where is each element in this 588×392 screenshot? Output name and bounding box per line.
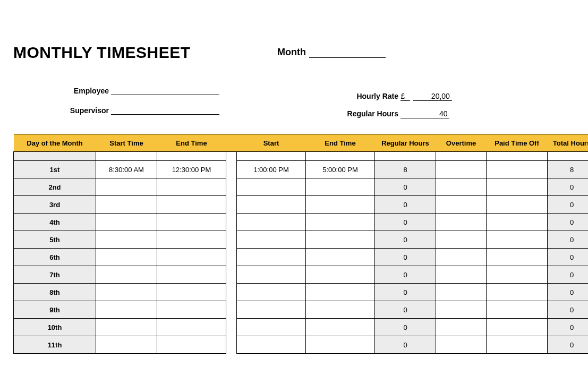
total-hours-cell: 0 [548,231,589,249]
end-time-2-cell[interactable] [306,336,375,354]
start-time-cell[interactable] [96,231,157,249]
start-cell[interactable] [237,284,306,301]
day-cell: 3rd [14,196,96,214]
overtime-cell[interactable] [436,284,487,301]
pto-cell[interactable] [487,319,548,336]
col-start-time: Start Time [96,134,157,152]
day-cell: 4th [14,214,96,231]
overtime-cell[interactable] [436,196,487,214]
day-cell: 2nd [14,178,96,196]
start-cell[interactable] [237,178,306,196]
start-cell[interactable] [237,301,306,319]
end-time-2-cell[interactable] [306,319,375,336]
overtime-cell[interactable] [436,214,487,231]
col-end-time-2: End Time [306,134,375,152]
day-cell: 7th [14,266,96,284]
start-cell[interactable] [237,249,306,266]
supervisor-input[interactable] [111,104,219,115]
month-input[interactable] [309,47,386,58]
end-time-cell[interactable]: 12:30:00 PM [157,161,226,178]
end-time-cell[interactable] [157,336,226,354]
regular-hours-cell[interactable]: 0 [375,214,436,231]
end-time-2-cell[interactable] [306,301,375,319]
start-time-cell[interactable] [96,178,157,196]
employee-input[interactable] [111,84,219,95]
pto-cell[interactable] [487,231,548,249]
pto-cell[interactable] [487,196,548,214]
pto-cell[interactable] [487,336,548,354]
regular-hours-cell[interactable]: 8 [375,161,436,178]
start-time-cell[interactable] [96,336,157,354]
pto-cell[interactable] [487,284,548,301]
overtime-cell[interactable] [436,249,487,266]
start-cell[interactable] [237,336,306,354]
day-cell: 5th [14,231,96,249]
pto-cell[interactable] [487,161,548,178]
overtime-cell[interactable] [436,336,487,354]
hourly-rate-value[interactable]: 20,00 [413,92,452,101]
overtime-cell[interactable] [436,319,487,336]
end-time-2-cell[interactable] [306,196,375,214]
end-time-2-cell[interactable] [306,178,375,196]
end-time-cell[interactable] [157,301,226,319]
gap-cell [226,301,237,319]
overtime-cell[interactable] [436,161,487,178]
end-time-2-cell[interactable] [306,266,375,284]
end-time-2-cell[interactable] [306,214,375,231]
table-header-row: Day of the Month Start Time End Time Sta… [14,134,589,152]
end-time-cell[interactable] [157,266,226,284]
overtime-cell[interactable] [436,178,487,196]
hourly-rate-label: Hourly Rate [340,92,398,100]
regular-hours-cell[interactable]: 0 [375,336,436,354]
gap-cell [226,266,237,284]
end-time-cell[interactable] [157,284,226,301]
start-cell[interactable] [237,196,306,214]
start-time-cell[interactable] [96,196,157,214]
end-time-2-cell[interactable] [306,284,375,301]
end-time-cell[interactable] [157,178,226,196]
regular-hours-value[interactable]: 40 [400,109,449,118]
start-time-cell[interactable] [96,266,157,284]
regular-hours-cell[interactable]: 0 [375,249,436,266]
regular-hours-cell[interactable]: 0 [375,178,436,196]
regular-hours-cell[interactable]: 0 [375,266,436,284]
overtime-cell[interactable] [436,231,487,249]
day-cell: 8th [14,284,96,301]
pto-cell[interactable] [487,301,548,319]
end-time-cell[interactable] [157,249,226,266]
start-time-cell[interactable] [96,284,157,301]
regular-hours-cell[interactable]: 0 [375,301,436,319]
table-row: 7th00 [14,266,589,284]
start-time-cell[interactable] [96,214,157,231]
end-time-2-cell[interactable] [306,231,375,249]
overtime-cell[interactable] [436,266,487,284]
end-time-cell[interactable] [157,231,226,249]
start-cell[interactable] [237,319,306,336]
end-time-2-cell[interactable]: 5:00:00 PM [306,161,375,178]
start-time-cell[interactable] [96,319,157,336]
end-time-cell[interactable] [157,214,226,231]
start-cell[interactable] [237,214,306,231]
start-cell[interactable]: 1:00:00 PM [237,161,306,178]
total-hours-cell: 0 [548,336,589,354]
pto-cell[interactable] [487,178,548,196]
end-time-cell[interactable] [157,196,226,214]
col-gap [226,134,237,152]
start-cell[interactable] [237,266,306,284]
day-cell: 11th [14,336,96,354]
end-time-2-cell[interactable] [306,249,375,266]
start-time-cell[interactable] [96,249,157,266]
start-cell[interactable] [237,231,306,249]
pto-cell[interactable] [487,214,548,231]
start-time-cell[interactable]: 8:30:00 AM [96,161,157,178]
end-time-cell[interactable] [157,319,226,336]
regular-hours-cell[interactable]: 0 [375,319,436,336]
regular-hours-cell[interactable]: 0 [375,231,436,249]
pto-cell[interactable] [487,266,548,284]
start-time-cell[interactable] [96,301,157,319]
pto-cell[interactable] [487,249,548,266]
regular-hours-cell[interactable]: 0 [375,284,436,301]
total-hours-cell: 0 [548,301,589,319]
overtime-cell[interactable] [436,301,487,319]
regular-hours-cell[interactable]: 0 [375,196,436,214]
